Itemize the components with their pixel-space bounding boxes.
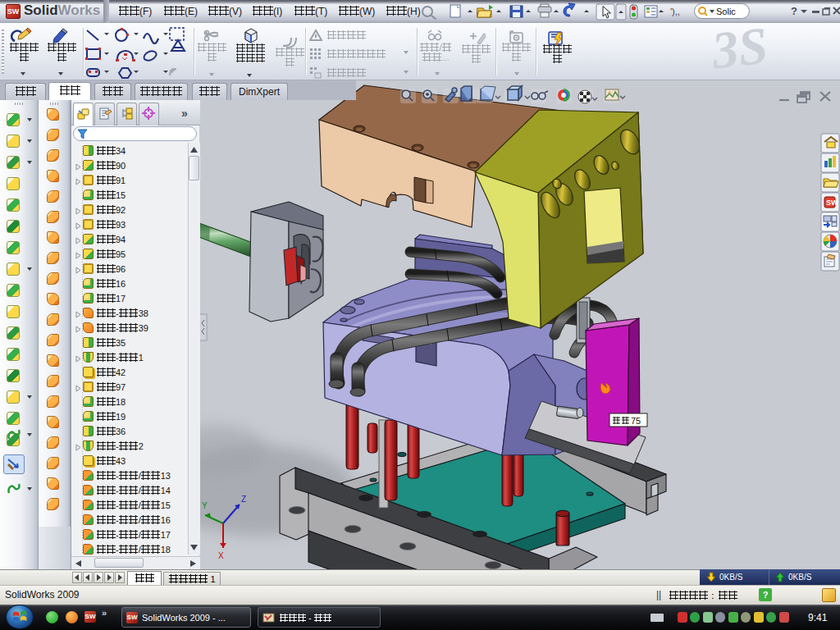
svg-text:75: 75 — [631, 416, 641, 426]
svg-text:SW: SW — [826, 199, 838, 207]
svg-text:Y: Y — [202, 501, 208, 510]
svg-text:Z: Z — [241, 495, 246, 504]
svg-text:'),,: '),, — [670, 7, 680, 16]
svg-text:Solic: Solic — [716, 7, 736, 16]
svg-text:X: X — [218, 551, 224, 560]
